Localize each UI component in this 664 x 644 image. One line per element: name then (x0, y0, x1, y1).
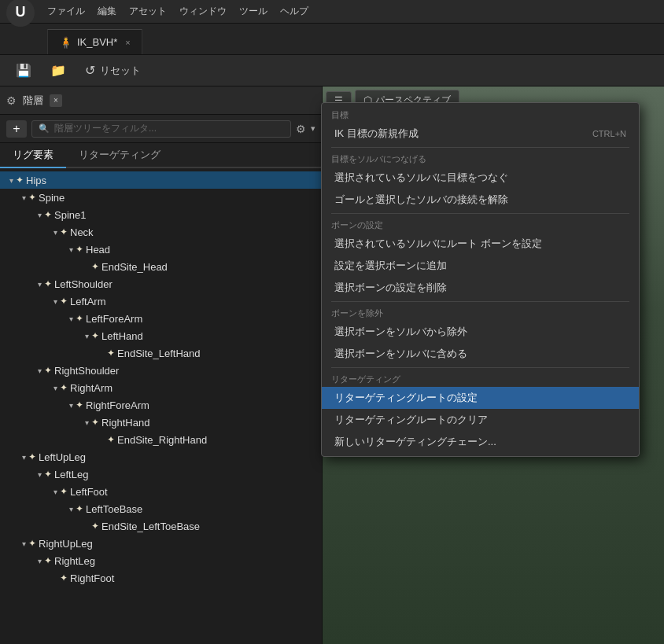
tab-close-btn[interactable]: × (125, 38, 130, 47)
ctx-item-create-ik-target[interactable]: IK 目標の新規作成 CTRL+N (322, 123, 639, 145)
bone-icon: ✦ (91, 261, 99, 272)
tree-item-right-shoulder[interactable]: ▾ ✦ RightShoulder (0, 362, 322, 379)
panel-header: ⚙ 階層 × (0, 86, 322, 115)
bone-icon: ✦ (76, 313, 83, 324)
tree-item-left-arm[interactable]: ▾ ✦ LeftArm (0, 293, 322, 310)
ctx-item-label: 新しいリターゲティングチェーン... (334, 435, 496, 449)
tree-item-endsite-righthand[interactable]: ✦ EndSite_RightHand (0, 431, 322, 448)
chevron-down-icon: ▾ (35, 470, 44, 479)
tree-item-left-toebase[interactable]: ▾ ✦ LeftToeBase (0, 500, 322, 517)
tree-label: Spine1 (54, 209, 86, 221)
tree-item-endsite-head[interactable]: ✦ EndSite_Head (0, 258, 322, 275)
tree-item-endsite-lefthand[interactable]: ✦ EndSite_LeftHand (0, 344, 322, 362)
tree-label: Spine (39, 192, 65, 204)
add-button[interactable]: + (6, 120, 27, 138)
top-menu-bar: U ファイル 編集 アセット ウィンドウ ツール ヘルプ (0, 0, 664, 24)
tree-label: EndSite_RightHand (117, 434, 207, 446)
chevron-down-icon: ▾ (66, 505, 76, 513)
separator (331, 147, 629, 148)
ctx-item-add-settings[interactable]: 設定を選択ボーンに追加 (322, 255, 639, 277)
filter-bar: + 🔍 階層ツリーをフィルタ... ⚙ ▾ (0, 115, 322, 143)
tree-item-spine1[interactable]: ▾ ✦ Spine1 (0, 206, 322, 223)
tree-item-right-forearm[interactable]: ▾ ✦ RightForeArm (0, 396, 322, 414)
ctx-item-include-bone[interactable]: 選択ボーンをソルバに含める (322, 343, 639, 365)
bone-icon: ✦ (91, 330, 99, 341)
tree-item-hips[interactable]: ▾ ✦ Hips (0, 171, 322, 189)
ctx-item-new-retarget-chain[interactable]: 新しいリターゲティングチェーン... (322, 431, 639, 453)
tree-item-left-forearm[interactable]: ▾ ✦ LeftForeArm (0, 310, 322, 327)
reset-icon: ↺ (85, 63, 95, 78)
panel-close-button[interactable]: × (50, 94, 62, 107)
tree-label: Head (86, 244, 110, 256)
tree-item-left-leg[interactable]: ▾ ✦ LeftLeg (0, 466, 322, 483)
chevron-down-icon: ▾ (50, 488, 60, 496)
hierarchy-tree[interactable]: ▾ ✦ Hips ▾ ✦ Spine ▾ ✦ Spine1 ▾ ✦ Neck (0, 168, 322, 644)
menu-help[interactable]: ヘルプ (280, 5, 308, 18)
dropdown-chevron-icon[interactable]: ▾ (311, 123, 315, 134)
tab-retargeting[interactable]: リターゲティング (66, 143, 173, 168)
tab-rig-elements[interactable]: リグ要素 (0, 143, 66, 168)
menu-edit[interactable]: 編集 (98, 5, 116, 18)
bone-icon: ✦ (60, 296, 68, 307)
tab-ik-bvh[interactable]: 🧍 IK_BVH* × (47, 29, 142, 54)
bone-icon: ✦ (44, 365, 52, 376)
ctx-shortcut: CTRL+N (592, 129, 626, 138)
tree-item-spine[interactable]: ▾ ✦ Spine (0, 189, 322, 206)
ctx-item-connect-target[interactable]: 選択されているソルバに目標をつなぐ (322, 167, 639, 189)
panel-tabs: リグ要素 リターゲティング (0, 143, 322, 168)
hierarchy-panel: ⚙ 階層 × + 🔍 階層ツリーをフィルタ... ⚙ ▾ リグ要素 リターゲティ… (0, 86, 323, 644)
tree-label: RightLeg (54, 555, 95, 567)
save-button[interactable]: 💾 (9, 60, 38, 81)
reset-label: リセット (100, 64, 141, 78)
ctx-item-label: IK 目標の新規作成 (334, 127, 419, 141)
tree-label: LeftLeg (54, 469, 88, 480)
chevron-down-icon: ▾ (35, 211, 44, 219)
chevron-down-icon: ▾ (50, 228, 60, 237)
folder-icon: 📁 (50, 63, 66, 78)
tree-item-left-upleg[interactable]: ▾ ✦ LeftUpLeg (0, 448, 322, 466)
ctx-item-exclude-bone[interactable]: 選択ボーンをソルバから除外 (322, 321, 639, 343)
tree-label: LeftFoot (70, 486, 108, 498)
bone-icon: ✦ (44, 209, 52, 220)
bone-icon: ✦ (91, 521, 99, 532)
main-content: ⚙ 階層 × + 🔍 階層ツリーをフィルタ... ⚙ ▾ リグ要素 リターゲティ… (0, 86, 664, 644)
tree-item-right-foot[interactable]: ✦ RightFoot (0, 569, 322, 587)
tree-item-right-arm[interactable]: ▾ ✦ RightArm (0, 379, 322, 396)
ctx-item-label: 選択されているソルバに目標をつなぐ (334, 171, 508, 185)
menu-file[interactable]: ファイル (47, 5, 85, 18)
tree-label: LeftShoulder (54, 278, 113, 290)
tree-item-left-hand[interactable]: ▾ ✦ LeftHand (0, 327, 322, 344)
tree-label: RightFoot (70, 572, 114, 584)
open-button[interactable]: 📁 (44, 60, 72, 81)
tree-item-neck[interactable]: ▾ ✦ Neck (0, 223, 322, 241)
tree-item-right-upleg[interactable]: ▾ ✦ RightUpLeg (0, 535, 322, 552)
chevron-down-icon: ▾ (66, 315, 76, 323)
bone-icon: ✦ (44, 555, 52, 566)
tree-item-endsite-lefttoebase[interactable]: ✦ EndSite_LeftToeBase (0, 517, 322, 535)
menu-window[interactable]: ウィンドウ (179, 5, 227, 18)
tree-label: LeftToeBase (86, 503, 142, 515)
chevron-down-icon: ▾ (35, 280, 44, 289)
tree-item-left-shoulder[interactable]: ▾ ✦ LeftShoulder (0, 275, 322, 293)
ctx-item-set-root-bone[interactable]: 選択されているソルバにルート ボーンを設定 (322, 233, 639, 255)
ctx-item-clear-retarget-root[interactable]: リターゲティングルートのクリア (322, 409, 639, 431)
bone-icon: ✦ (107, 434, 115, 445)
menu-asset[interactable]: アセット (129, 5, 167, 18)
tab-label: IK_BVH* (77, 36, 117, 48)
ctx-item-set-retarget-root[interactable]: リターゲティングルートの設定 (322, 387, 639, 409)
search-field[interactable]: 🔍 階層ツリーをフィルタ... (31, 120, 291, 138)
menu-tools[interactable]: ツール (239, 5, 267, 18)
tree-item-left-foot[interactable]: ▾ ✦ LeftFoot (0, 483, 322, 500)
tree-item-right-hand[interactable]: ▾ ✦ RightHand (0, 414, 322, 431)
ctx-item-disconnect-target[interactable]: ゴールと選択したソルバの接続を解除 (322, 189, 639, 211)
chevron-down-icon: ▾ (6, 176, 16, 185)
ctx-item-label: ゴールと選択したソルバの接続を解除 (334, 193, 508, 207)
ctx-item-remove-settings[interactable]: 選択ボーンの設定を削除 (322, 277, 639, 299)
bone-icon: ✦ (44, 278, 52, 289)
tree-label: Neck (70, 226, 94, 238)
tree-item-head[interactable]: ▾ ✦ Head (0, 241, 322, 258)
reset-button[interactable]: ↺ リセット (79, 60, 147, 81)
tree-label: EndSite_LeftHand (117, 348, 201, 359)
tree-item-right-leg[interactable]: ▾ ✦ RightLeg (0, 552, 322, 569)
settings-gear-icon[interactable]: ⚙ (296, 123, 306, 135)
